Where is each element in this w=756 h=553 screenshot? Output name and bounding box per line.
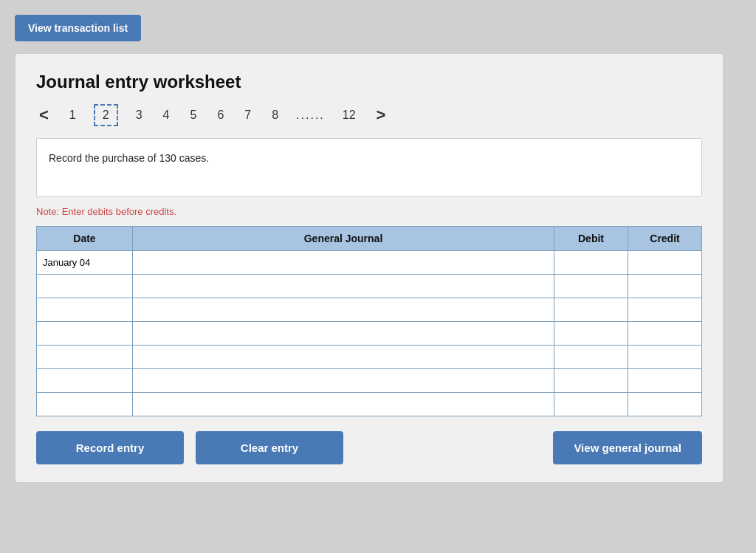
row3-credit-cell <box>628 298 702 322</box>
row1-credit-cell <box>628 251 702 275</box>
table-row <box>37 393 702 416</box>
instruction-box: Record the purchase of 130 cases. <box>36 138 702 197</box>
row7-date-cell <box>37 393 133 416</box>
row5-date-cell <box>37 346 133 369</box>
row1-credit-input[interactable] <box>628 251 701 274</box>
note-text: Note: Enter debits before credits. <box>36 206 702 217</box>
row6-date-cell <box>37 369 133 393</box>
row6-credit-input[interactable] <box>628 369 701 392</box>
row7-credit-cell <box>628 393 702 416</box>
view-transaction-button[interactable]: View transaction list <box>15 15 141 41</box>
top-bar: View transaction list <box>15 15 141 41</box>
row3-journal-cell <box>133 298 554 322</box>
row2-journal-cell <box>133 275 554 298</box>
table-row <box>37 251 702 275</box>
row2-date-cell <box>37 275 133 298</box>
row7-journal-cell <box>133 393 554 416</box>
row5-journal-input[interactable] <box>133 346 554 368</box>
row7-credit-input[interactable] <box>628 393 701 416</box>
buttons-row: Record entry Clear entry View general jo… <box>36 431 702 464</box>
row7-debit-input[interactable] <box>554 393 628 416</box>
table-row <box>37 322 702 346</box>
pagination: < 1 2 3 4 5 6 7 8 ...... 12 > <box>36 104 702 126</box>
instruction-text: Record the purchase of 130 cases. <box>49 152 209 164</box>
page-2-active[interactable]: 2 <box>94 104 118 126</box>
worksheet-title: Journal entry worksheet <box>36 72 702 92</box>
row1-debit-input[interactable] <box>554 251 628 274</box>
row4-credit-input[interactable] <box>628 322 701 345</box>
row3-debit-cell <box>554 298 628 322</box>
page-8[interactable]: 8 <box>269 107 281 123</box>
view-general-journal-button[interactable]: View general journal <box>553 431 702 464</box>
header-date: Date <box>37 227 133 251</box>
row5-debit-input[interactable] <box>554 346 628 368</box>
page-12[interactable]: 12 <box>340 107 359 123</box>
row5-journal-cell <box>133 346 554 369</box>
row4-journal-cell <box>133 322 554 346</box>
row7-journal-input[interactable] <box>133 393 554 416</box>
row7-debit-cell <box>554 393 628 416</box>
row7-date-input[interactable] <box>37 393 132 416</box>
clear-entry-button[interactable]: Clear entry <box>196 431 343 464</box>
header-debit: Debit <box>554 227 628 251</box>
row1-date-input[interactable] <box>37 251 132 274</box>
row4-credit-cell <box>628 322 702 346</box>
row5-credit-input[interactable] <box>628 346 701 368</box>
row3-journal-input[interactable] <box>133 298 554 321</box>
row6-debit-cell <box>554 369 628 393</box>
row3-debit-input[interactable] <box>554 298 628 321</box>
page-6[interactable]: 6 <box>214 107 227 123</box>
row3-credit-input[interactable] <box>628 298 701 321</box>
row2-journal-input[interactable] <box>133 275 554 298</box>
table-row <box>37 275 702 298</box>
row1-date-cell <box>37 251 133 275</box>
row4-date-input[interactable] <box>37 322 132 345</box>
row6-credit-cell <box>628 369 702 393</box>
row1-journal-input[interactable] <box>133 251 554 274</box>
row6-journal-input[interactable] <box>133 369 554 392</box>
row5-debit-cell <box>554 346 628 369</box>
journal-table: Date General Journal Debit Credit <box>36 226 702 416</box>
header-credit: Credit <box>628 227 702 251</box>
worksheet-container: Journal entry worksheet < 1 2 3 4 5 6 7 … <box>15 53 724 483</box>
row2-credit-input[interactable] <box>628 275 701 298</box>
row4-debit-input[interactable] <box>554 322 628 345</box>
pagination-next[interactable]: > <box>374 106 389 125</box>
row2-debit-input[interactable] <box>554 275 628 298</box>
table-row <box>37 298 702 322</box>
row6-date-input[interactable] <box>37 369 132 392</box>
row2-date-input[interactable] <box>37 275 132 298</box>
pagination-prev[interactable]: < <box>36 106 52 125</box>
page-4[interactable]: 4 <box>160 107 173 123</box>
table-row <box>37 369 702 393</box>
page-5[interactable]: 5 <box>187 107 199 123</box>
record-entry-button[interactable]: Record entry <box>36 431 184 464</box>
row6-journal-cell <box>133 369 554 393</box>
row1-debit-cell <box>554 251 628 275</box>
row4-journal-input[interactable] <box>133 322 554 345</box>
table-row <box>37 346 702 369</box>
page-1[interactable]: 1 <box>66 107 79 123</box>
row5-date-input[interactable] <box>37 346 132 368</box>
row1-journal-cell <box>133 251 554 275</box>
row4-date-cell <box>37 322 133 346</box>
row2-debit-cell <box>554 275 628 298</box>
page-7[interactable]: 7 <box>241 107 254 123</box>
header-general-journal: General Journal <box>133 227 554 251</box>
row3-date-cell <box>37 298 133 322</box>
row4-debit-cell <box>554 322 628 346</box>
pagination-ellipsis: ...... <box>296 109 325 122</box>
page-3[interactable]: 3 <box>133 107 145 123</box>
row6-debit-input[interactable] <box>554 369 628 392</box>
row3-date-input[interactable] <box>37 298 132 321</box>
row2-credit-cell <box>628 275 702 298</box>
row5-credit-cell <box>628 346 702 369</box>
